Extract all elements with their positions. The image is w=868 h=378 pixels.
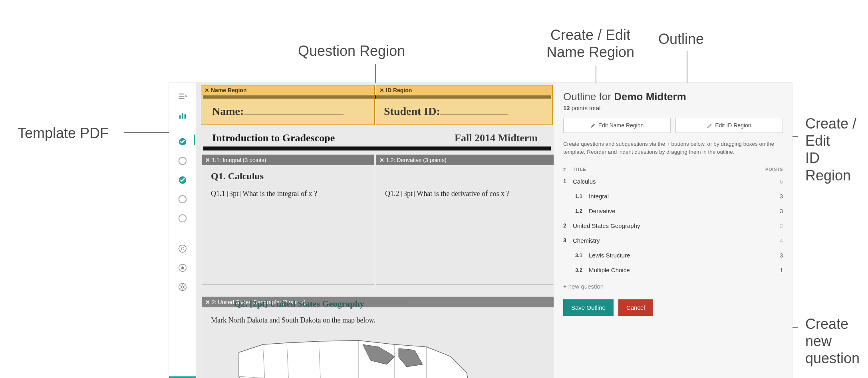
outline-help-text: Create questions and subquestions via th… [563,140,783,156]
q2-title: Q2. [2pt] United States Geography [234,299,364,309]
step-5-icon[interactable] [175,211,190,226]
callout-outline: Outline [658,30,704,47]
row-points: 3 [759,252,783,259]
row-points: 4 [759,237,783,244]
row-number: 1.2 [575,208,589,214]
svg-point-21 [181,286,184,288]
pencil-icon [590,123,596,128]
step-4-icon[interactable] [175,192,190,206]
outline-rows: 1Calculus61.1Integral31.2Derivative32Uni… [563,174,783,277]
svg-rect-8 [184,114,186,119]
step-2-icon[interactable] [175,154,190,168]
outline-row[interactable]: 1Calculus6 [563,174,783,189]
question-region-2[interactable]: ✕2: United States Geography (2 points) Q… [202,297,554,378]
exam-term: Fall 2014 Midterm [444,132,538,144]
outline-row[interactable]: 3.2Multiple Choice1 [563,263,783,277]
callout-new-question: Create new question [805,315,868,367]
svg-rect-18 [182,266,183,269]
step-3-icon[interactable] [175,173,190,187]
svg-point-13 [179,215,186,222]
row-number: 1.1 [575,193,589,199]
outline-row[interactable]: 2United States Geography2 [563,218,783,233]
callout-question-region: Question Region [298,42,405,59]
step-1-icon[interactable] [175,135,190,149]
account-icon[interactable] [169,376,196,378]
new-question-button[interactable]: +new question [563,277,783,299]
cancel-button[interactable]: Cancel [618,299,653,316]
row-points: 6 [759,178,783,185]
row-title: Integral [589,193,759,200]
plus-icon: + [563,283,567,290]
outline-row[interactable]: 1.2Derivative3 [563,204,783,218]
close-icon[interactable]: ✕ [205,157,210,163]
row-number: 3.2 [575,267,589,273]
q11-text: Q1.1 [3pt] What is the integral of x ? [211,190,365,198]
row-points: 3 [759,193,783,200]
question-region-1-2[interactable]: ✕1.2: Derivative (3 points) Q1.2 [3pt] W… [376,154,554,285]
pdf-name-field: Name: [212,105,344,118]
svg-rect-19 [183,267,184,269]
page-header-rule-2 [203,146,551,150]
q11-header: 1.1: Integral (3 points) [212,157,266,163]
points-total: 12 points total [563,105,783,111]
menu-toggle-icon[interactable] [175,89,190,103]
svg-rect-17 [181,267,182,269]
stats-icon[interactable] [175,108,190,123]
outline-table-header: # TITLE POINTS [563,164,783,174]
svg-text:C: C [181,247,184,251]
svg-point-10 [179,157,186,164]
svg-rect-6 [179,115,181,119]
close-icon[interactable]: ✕ [379,87,384,93]
name-region-label: Name Region [211,87,246,93]
edit-id-region-button[interactable]: Edit ID Region [675,118,783,133]
regrade-icon[interactable]: C [175,241,190,256]
svg-point-12 [179,196,186,203]
row-points: 3 [759,208,783,214]
row-title: Chemistry [573,237,759,244]
settings-icon[interactable] [175,280,190,294]
row-number: 1 [563,178,573,184]
outline-title: Outline for Demo Midterm [563,91,783,103]
q2-text: Mark North Dakota and South Dakota on th… [211,316,546,325]
callout-id-region: Create / Edit ID Region [805,115,868,184]
id-region-label: ID Region [386,87,412,93]
row-title: Calculus [573,178,759,185]
outline-row[interactable]: 1.1Integral3 [563,189,783,204]
row-title: Multiple Choice [589,267,759,273]
pencil-icon [707,123,713,128]
pdf-id-field: Student ID: [384,105,508,118]
row-number: 2 [563,222,573,229]
active-indicator [194,135,195,145]
sidebar-rail: C [169,83,196,378]
edit-name-region-button[interactable]: Edit Name Region [563,118,671,133]
app-window: C ✕Name Region ✕ID Region Name: Student … [169,83,793,378]
course-title: Introduction to Gradescope [212,132,335,144]
callout-template-pdf: Template PDF [18,125,109,142]
svg-rect-7 [182,113,183,119]
row-number: 3.1 [575,252,589,258]
q1-title: Q1. Calculus [211,171,365,182]
close-icon[interactable]: ✕ [379,157,384,163]
template-pdf-pane[interactable]: ✕Name Region ✕ID Region Name: Student ID… [196,83,554,378]
outline-row[interactable]: 3.1Lewis Structure3 [563,248,783,263]
row-number: 3 [563,237,573,243]
close-icon[interactable]: ✕ [205,299,210,305]
us-map-figure [227,329,483,378]
close-icon[interactable]: ✕ [205,87,209,93]
row-title: United States Geography [573,222,759,229]
row-title: Lewis Structure [589,252,759,259]
outline-panel: Outline for Demo Midterm 12 points total… [554,83,793,378]
row-title: Derivative [589,208,759,214]
q12-header: 1.2: Derivative (3 points) [386,157,447,163]
question-region-1-1[interactable]: ✕1.1: Integral (3 points) Q1. Calculus Q… [202,154,374,285]
outline-row[interactable]: 3Chemistry4 [563,233,783,248]
row-points: 1 [759,267,783,273]
q12-text: Q1.2 [3pt] What is the derivative of cos… [385,190,546,198]
statistics-icon[interactable] [175,261,190,275]
row-points: 2 [759,222,783,229]
save-outline-button[interactable]: Save Outline [563,299,614,316]
callout-name-region: Create / Edit Name Region [546,26,634,61]
